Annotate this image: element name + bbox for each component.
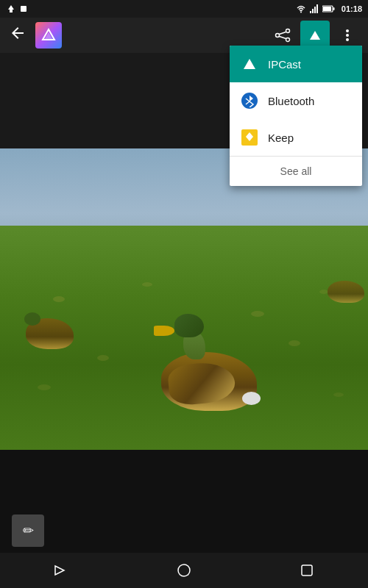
svg-marker-33	[244, 59, 255, 69]
signal-icon	[309, 4, 319, 14]
status-notifications	[6, 0, 28, 18]
svg-point-23	[251, 311, 264, 317]
status-bar: 01:18	[0, 0, 368, 18]
back-button[interactable]	[6, 21, 29, 49]
nav-back-icon	[52, 562, 70, 579]
notif-icon	[19, 4, 28, 13]
svg-point-25	[97, 355, 109, 361]
nav-home-button[interactable]	[123, 553, 246, 588]
svg-marker-17	[310, 31, 320, 40]
bluetooth-label: Bluetooth	[268, 95, 314, 107]
battery-icon	[322, 4, 336, 13]
svg-point-31	[178, 564, 190, 576]
svg-marker-30	[55, 566, 64, 575]
duck-small-head	[24, 312, 40, 326]
duck-far-right	[324, 273, 368, 303]
bluetooth-symbol	[244, 94, 255, 107]
svg-rect-3	[310, 11, 311, 13]
keep-label: Keep	[268, 132, 294, 144]
app-icon	[35, 22, 62, 49]
nav-recent-icon	[298, 562, 316, 579]
svg-line-16	[280, 37, 286, 39]
status-icons: 01:18	[296, 4, 362, 14]
duck-image	[0, 148, 368, 457]
svg-point-20	[346, 38, 349, 41]
triangle-icon	[243, 57, 256, 71]
duck-right-body	[328, 281, 364, 303]
svg-line-35	[246, 101, 250, 104]
svg-point-14	[286, 38, 290, 42]
menu-item-bluetooth[interactable]: Bluetooth	[230, 82, 362, 119]
svg-point-12	[286, 29, 290, 33]
see-all-label: See all	[280, 165, 312, 177]
svg-rect-8	[333, 7, 334, 10]
cast-icon	[307, 27, 323, 43]
wifi-icon	[296, 4, 306, 14]
ipcast-icon	[241, 56, 258, 72]
nav-back-button[interactable]	[0, 553, 123, 588]
svg-rect-32	[302, 565, 312, 576]
see-all-item[interactable]: See all	[230, 157, 362, 186]
svg-point-21	[53, 296, 65, 302]
menu-item-ipcast[interactable]: IPCast	[230, 46, 362, 82]
svg-rect-6	[316, 4, 318, 13]
duck-small-left	[18, 309, 77, 349]
pencil-button[interactable]: ✏	[12, 514, 44, 547]
keep-icon	[241, 129, 258, 146]
svg-rect-5	[314, 7, 316, 13]
svg-marker-0	[8, 5, 14, 12]
svg-point-18	[346, 29, 349, 32]
duck-head	[174, 314, 204, 337]
bluetooth-icon	[241, 93, 258, 109]
dropdown-menu: IPCast Bluetooth Keep See all	[230, 46, 362, 186]
bottom-area: ✏	[0, 450, 368, 553]
top-bar-left	[6, 21, 268, 49]
duck-main	[146, 330, 272, 411]
svg-line-34	[246, 98, 250, 101]
ipcast-label: IPCast	[268, 58, 301, 71]
nav-bar	[0, 553, 368, 588]
svg-point-29	[333, 392, 344, 397]
svg-rect-4	[312, 9, 314, 13]
svg-point-27	[289, 340, 300, 346]
svg-point-22	[142, 282, 152, 287]
duck-white-patch	[242, 392, 261, 405]
svg-point-13	[276, 34, 280, 37]
menu-item-keep[interactable]: Keep	[230, 119, 362, 156]
svg-rect-9	[323, 7, 331, 11]
svg-point-19	[346, 34, 349, 37]
svg-line-15	[280, 32, 286, 35]
keep-symbol	[244, 131, 255, 144]
svg-rect-1	[21, 6, 26, 12]
duck-bill	[154, 326, 174, 336]
nav-home-icon	[175, 562, 193, 579]
duck-scene	[0, 148, 368, 457]
svg-point-2	[300, 12, 302, 13]
svg-point-28	[38, 384, 51, 390]
more-icon	[339, 27, 355, 43]
back-icon	[9, 24, 26, 42]
status-time: 01:18	[342, 4, 362, 13]
nav-recent-button[interactable]	[245, 553, 368, 588]
share-icon	[275, 27, 291, 43]
download-icon	[6, 4, 16, 14]
app-logo-icon	[40, 26, 57, 44]
pencil-icon: ✏	[23, 523, 34, 539]
